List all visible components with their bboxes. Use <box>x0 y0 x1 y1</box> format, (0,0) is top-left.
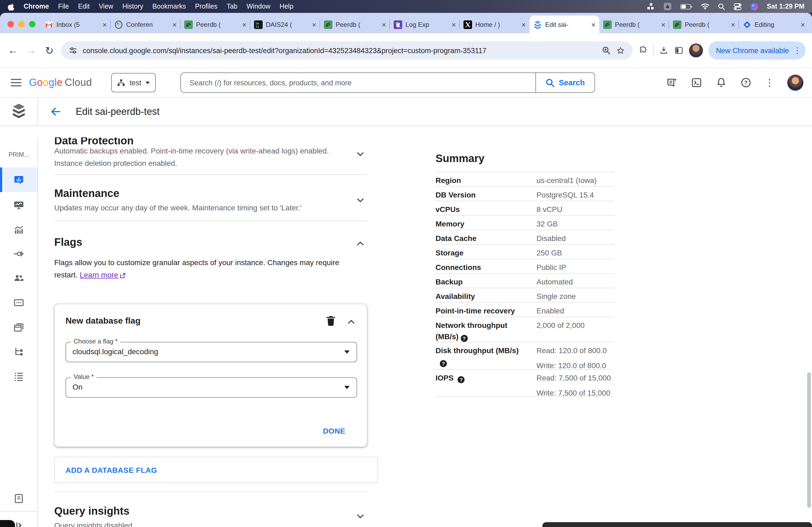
flag-value-select[interactable]: Value * On <box>66 377 357 398</box>
sidebar-item-system-insights[interactable] <box>0 198 38 212</box>
tab-close-icon[interactable]: × <box>801 21 805 28</box>
menu-app-name[interactable]: Chrome <box>24 3 49 10</box>
release-notes-icon[interactable] <box>666 77 678 89</box>
collapse-flags-chevron-icon[interactable] <box>354 238 366 250</box>
fullscreen-window-button[interactable] <box>29 21 35 27</box>
sidebar-item-backups[interactable] <box>0 320 38 334</box>
project-picker[interactable]: test <box>111 73 156 92</box>
menu-item-file[interactable]: File <box>58 3 69 10</box>
help-icon[interactable]: ? <box>440 360 447 367</box>
wifi-icon[interactable] <box>701 3 709 10</box>
menu-item-profiles[interactable]: Profiles <box>195 3 218 10</box>
tab-close-icon[interactable]: × <box>382 21 386 28</box>
back-button[interactable]: ← <box>6 45 19 56</box>
tab-peerdb-1[interactable]: Peerdb ( × <box>180 16 250 33</box>
collapse-flag-card-chevron-icon[interactable] <box>345 316 357 328</box>
tab-edit-instance-active[interactable]: Edit sai- × <box>530 16 599 33</box>
sidebar-item-databases[interactable] <box>0 296 38 310</box>
menu-item-tab[interactable]: Tab <box>227 3 237 10</box>
tab-datadog[interactable]: Log Exp × <box>390 16 460 33</box>
tab-peerdb-2[interactable]: Peerdb ( × <box>320 16 390 33</box>
back-arrow-icon[interactable] <box>50 106 62 118</box>
menu-item-window[interactable]: Window <box>246 3 271 10</box>
choose-flag-select[interactable]: Choose a flag * cloudsql.logical_decodin… <box>66 342 357 362</box>
cloud-search-bar[interactable]: Search (/) for resources, docs, products… <box>180 73 595 93</box>
summary-row-memory: Memory 32 GB <box>436 215 614 230</box>
tab-close-icon[interactable]: × <box>521 21 526 28</box>
minimize-window-button[interactable] <box>18 21 25 27</box>
menu-item-bookmarks[interactable]: Bookmarks <box>152 3 186 10</box>
side-panel-icon[interactable] <box>674 46 684 55</box>
cloud-shell-icon[interactable] <box>691 77 702 89</box>
stats-menubar-icon[interactable] <box>647 3 655 10</box>
help-icon[interactable]: ? <box>461 335 467 342</box>
tab-x-home[interactable]: Home / ) × <box>460 16 530 33</box>
chrome-update-pill[interactable]: New Chrome available ⋮ <box>708 41 806 60</box>
search-placeholder[interactable]: Search (/) for resources, docs, products… <box>181 79 535 87</box>
browser-menu-kebab-icon[interactable]: ⋮ <box>793 46 801 55</box>
search-button[interactable]: Search <box>535 73 595 92</box>
tab-peerdb-3[interactable]: Peerdb ( × <box>599 16 669 33</box>
navigation-menu-icon[interactable] <box>11 79 21 86</box>
menubar-clock[interactable]: Sat 1:29 PM <box>767 3 804 10</box>
siri-icon[interactable] <box>750 2 758 11</box>
sidebar-item-users[interactable] <box>0 271 38 285</box>
site-settings-icon[interactable] <box>69 46 77 55</box>
scrollbar-thumb[interactable] <box>807 373 811 508</box>
tab-postgres[interactable]: Conferen × <box>111 16 180 33</box>
dropdown-caret-icon <box>344 350 350 353</box>
sidebar-item-overview[interactable] <box>0 167 38 192</box>
tab-close-icon[interactable]: × <box>103 21 107 28</box>
tab-title: Peerdb ( <box>615 21 658 28</box>
tab-gmail[interactable]: Inbox (5 × <box>41 16 111 33</box>
sidebar-item-replicas[interactable] <box>0 345 38 359</box>
tab-editing[interactable]: Editing × <box>739 16 809 33</box>
forward-button[interactable]: → <box>25 45 38 56</box>
reload-button[interactable]: ↻ <box>43 44 56 57</box>
help-icon[interactable]: ? <box>740 77 752 89</box>
google-cloud-logo[interactable]: GoogleCloud <box>29 77 92 89</box>
tab-dais[interactable]: DAIS DAIS24 ( × <box>250 16 320 33</box>
sidebar-item-release-notes[interactable] <box>0 492 38 506</box>
apple-icon[interactable] <box>8 2 14 11</box>
notifications-bell-icon[interactable] <box>715 77 727 89</box>
sidebar-item-connections[interactable] <box>0 247 38 261</box>
done-button[interactable]: DONE <box>323 427 345 435</box>
tab-close-icon[interactable]: × <box>731 21 735 28</box>
control-center-icon[interactable] <box>734 3 742 10</box>
x-icon <box>463 20 472 29</box>
expand-query-insights-chevron-icon[interactable] <box>354 510 366 522</box>
battery-icon[interactable] <box>680 3 692 10</box>
address-bar[interactable]: console.cloud.google.com/sql/instances/s… <box>61 41 633 60</box>
account-avatar[interactable] <box>787 75 803 91</box>
browser-profile-avatar[interactable] <box>689 44 703 57</box>
close-window-button[interactable] <box>8 21 14 27</box>
menu-item-edit[interactable]: Edit <box>78 3 90 10</box>
menu-item-help[interactable]: Help <box>279 3 293 10</box>
menu-item-history[interactable]: History <box>122 3 143 10</box>
downloads-icon[interactable] <box>659 46 669 55</box>
tab-close-icon[interactable]: × <box>242 21 246 28</box>
tab-close-icon[interactable]: × <box>312 21 316 28</box>
more-options-kebab-icon[interactable]: ⋮ <box>765 77 774 89</box>
tab-peerdb-4[interactable]: Peerdb ( × <box>669 16 739 33</box>
learn-more-link[interactable]: Learn more <box>80 270 118 279</box>
zoom-icon[interactable] <box>602 46 611 55</box>
tab-close-icon[interactable]: × <box>661 21 665 28</box>
url-text[interactable]: console.cloud.google.com/sql/instances/s… <box>83 46 597 55</box>
bookmark-star-icon[interactable] <box>616 46 625 55</box>
expand-maintenance-chevron-icon[interactable] <box>354 194 366 206</box>
app-menubar-icon[interactable] <box>663 2 672 11</box>
add-database-flag-button[interactable]: ADD A DATABASE FLAG <box>54 457 378 483</box>
extensions-icon[interactable] <box>638 46 648 55</box>
spotlight-search-icon[interactable] <box>718 3 725 10</box>
tab-close-icon[interactable]: × <box>172 21 177 28</box>
sidebar-item-query-insights[interactable] <box>0 223 38 237</box>
delete-flag-trash-icon[interactable] <box>326 315 336 326</box>
expand-data-protection-chevron-icon[interactable] <box>354 148 366 160</box>
sidebar-item-operations[interactable] <box>0 369 38 383</box>
help-icon[interactable]: ? <box>458 376 465 383</box>
menu-item-view[interactable]: View <box>99 3 113 10</box>
tab-close-icon[interactable]: × <box>452 21 456 28</box>
tab-close-icon[interactable]: × <box>591 21 596 28</box>
